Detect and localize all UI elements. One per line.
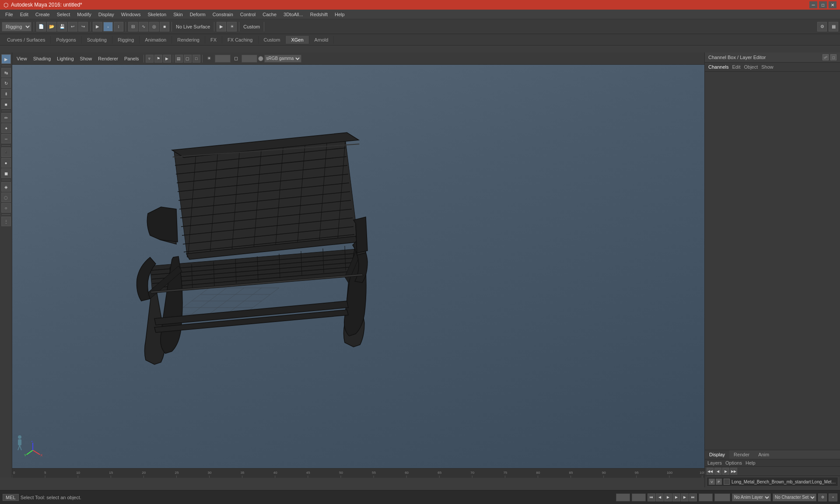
layer-prev-prev-btn[interactable]: ◀◀: [707, 468, 714, 475]
connect-left[interactable]: ◌: [1, 192, 11, 202]
tab-fx-caching[interactable]: FX Caching: [222, 36, 258, 44]
undo-button[interactable]: ↩: [68, 22, 77, 32]
viewport[interactable]: persp X Y Z: [12, 65, 704, 478]
menu-modify[interactable]: Modify: [74, 11, 94, 18]
panel-renderer[interactable]: Renderer: [95, 55, 121, 62]
lasso-button[interactable]: ⬩: [103, 22, 113, 32]
grid-icon[interactable]: ▦: [829, 22, 838, 32]
panel-show[interactable]: Show: [77, 55, 95, 62]
layer-tab-anim[interactable]: Anim: [754, 450, 774, 459]
ipr-button[interactable]: ☀: [227, 22, 237, 32]
save-scene-button[interactable]: 💾: [57, 22, 67, 32]
open-scene-button[interactable]: 📂: [47, 22, 56, 32]
menu-cache[interactable]: Cache: [259, 11, 280, 18]
camera-select-btn[interactable]: ▿: [146, 55, 154, 63]
curve-tool-left[interactable]: ⎼: [1, 134, 11, 144]
menu-deform[interactable]: Deform: [186, 11, 209, 18]
select-tool-left[interactable]: ▶: [1, 54, 11, 64]
snap-surface-button[interactable]: ■: [160, 22, 169, 32]
move-button[interactable]: ↕: [114, 22, 123, 32]
channel-box-expand[interactable]: ◻: [830, 54, 836, 60]
render-button[interactable]: ▶: [217, 22, 226, 32]
color-space-select[interactable]: sRGB gamma: [264, 55, 301, 63]
mel-label[interactable]: MEL: [3, 494, 19, 501]
channel-box-pin[interactable]: ☍: [822, 54, 829, 60]
frame-end-input[interactable]: 120: [699, 494, 713, 501]
scale-tool-left[interactable]: ⇟: [1, 89, 11, 98]
smooth-btn[interactable]: ▢: [184, 55, 192, 63]
snap-curve-button[interactable]: ∿: [139, 22, 148, 32]
panel-shading[interactable]: Shading: [31, 55, 53, 62]
wireframe-btn[interactable]: ▤: [175, 55, 183, 63]
char-set-select[interactable]: No Character Set: [773, 494, 816, 501]
close-button[interactable]: ✕: [829, 1, 836, 8]
playback-btn[interactable]: ▶: [163, 55, 171, 63]
tab-rendering[interactable]: Rendering: [172, 36, 205, 44]
tab-curves-surfaces[interactable]: Curves / Surfaces: [2, 36, 51, 44]
layer-prev-btn[interactable]: ◀: [714, 468, 721, 475]
move-tool-left[interactable]: ↹: [1, 68, 11, 77]
tab-edit[interactable]: Edit: [732, 64, 740, 70]
layer-option-layers[interactable]: Layers: [707, 460, 722, 466]
menu-skeleton[interactable]: Skeleton: [144, 11, 170, 18]
poly-select-left[interactable]: ◾: [1, 147, 11, 157]
minimize-button[interactable]: ─: [809, 1, 817, 8]
tab-rigging[interactable]: Rigging: [112, 36, 140, 44]
color-indicator[interactable]: [258, 56, 263, 61]
settings-icon[interactable]: ⚙: [817, 22, 827, 32]
show-manip-left[interactable]: ■: [1, 99, 11, 109]
menu-3dtool[interactable]: 3DtoAll...: [280, 11, 307, 18]
gamma-input[interactable]: 1.00: [242, 55, 257, 63]
tab-custom[interactable]: Custom: [259, 36, 286, 44]
anim-layer-select[interactable]: No Anim Layer: [732, 494, 771, 501]
next-frame-btn[interactable]: ▶: [681, 494, 689, 501]
panel-lighting[interactable]: Lighting: [54, 55, 77, 62]
texture-btn[interactable]: □: [192, 55, 200, 63]
paint-tool-left[interactable]: ✏: [1, 113, 11, 122]
mirror-left[interactable]: ◼: [1, 168, 11, 178]
go-end-btn[interactable]: ⏭: [689, 494, 697, 501]
more-left[interactable]: ⋮: [1, 217, 11, 226]
tab-polygons[interactable]: Polygons: [51, 36, 81, 44]
snap-left[interactable]: ◈: [1, 182, 11, 192]
menu-edit[interactable]: Edit: [17, 11, 32, 18]
workspace-dropdown[interactable]: Rigging: [2, 22, 32, 32]
tab-object[interactable]: Object: [744, 64, 758, 70]
layer-next-next-btn[interactable]: ▶▶: [730, 468, 737, 475]
snap-grid-button[interactable]: ⊟: [128, 22, 138, 32]
char-set-add-btn[interactable]: +: [829, 494, 837, 501]
play-back-btn[interactable]: ▶: [664, 494, 672, 501]
select-tool-button[interactable]: ▶: [93, 22, 102, 32]
go-start-btn[interactable]: ⏮: [648, 494, 655, 501]
new-scene-button[interactable]: 📄: [36, 22, 46, 32]
snap-point-button[interactable]: ◎: [149, 22, 159, 32]
tab-animation[interactable]: Animation: [140, 36, 172, 44]
menu-skin[interactable]: Skin: [170, 11, 186, 18]
panel-panels[interactable]: Panels: [122, 55, 142, 62]
menu-create[interactable]: Create: [32, 11, 53, 18]
layer-next-btn[interactable]: ▶: [722, 468, 729, 475]
layer-color-swatch[interactable]: [724, 479, 730, 485]
frame-start-input[interactable]: 1: [616, 494, 630, 501]
frame-current-input[interactable]: 1: [632, 494, 646, 501]
layer-playback-btn[interactable]: P: [716, 479, 722, 485]
menu-file[interactable]: File: [2, 11, 17, 18]
soft-select-left[interactable]: ●: [1, 158, 11, 168]
bookmark-btn[interactable]: ⚑: [154, 55, 162, 63]
layer-visibility-btn[interactable]: V: [709, 479, 715, 485]
layer-tab-display[interactable]: Display: [705, 450, 729, 459]
tab-show[interactable]: Show: [761, 64, 774, 70]
play-fwd-btn[interactable]: ▶: [672, 494, 680, 501]
redo-button[interactable]: ↪: [78, 22, 88, 32]
frame-range-end[interactable]: 200: [714, 494, 730, 501]
menu-windows[interactable]: Windows: [118, 11, 144, 18]
menu-select[interactable]: Select: [53, 11, 74, 18]
tab-fx[interactable]: FX: [205, 36, 222, 44]
menu-help[interactable]: Help: [331, 11, 348, 18]
panel-view[interactable]: View: [14, 55, 30, 62]
layer-option-options[interactable]: Options: [725, 460, 742, 466]
menu-constrain[interactable]: Constrain: [209, 11, 237, 18]
tab-sculpting[interactable]: Sculpting: [82, 36, 112, 44]
rotate-tool-left[interactable]: ↻: [1, 78, 11, 88]
tab-arnold[interactable]: Arnold: [309, 36, 334, 44]
